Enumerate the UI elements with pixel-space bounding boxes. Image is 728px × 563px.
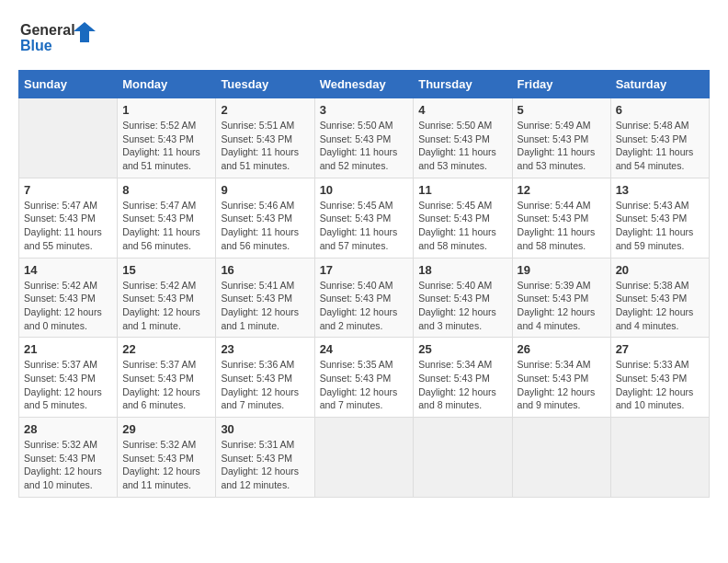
day-info: Sunrise: 5:42 AM Sunset: 5:43 PM Dayligh… xyxy=(122,279,210,333)
day-info: Sunrise: 5:51 AM Sunset: 5:43 PM Dayligh… xyxy=(221,119,309,173)
svg-marker-2 xyxy=(74,22,96,42)
calendar-table: SundayMondayTuesdayWednesdayThursdayFrid… xyxy=(18,70,710,498)
calendar-cell: 11Sunrise: 5:45 AM Sunset: 5:43 PM Dayli… xyxy=(414,178,512,258)
day-number: 6 xyxy=(616,103,704,117)
day-info: Sunrise: 5:43 AM Sunset: 5:43 PM Dayligh… xyxy=(616,199,704,253)
calendar-cell: 5Sunrise: 5:49 AM Sunset: 5:43 PM Daylig… xyxy=(512,98,610,178)
calendar-cell: 8Sunrise: 5:47 AM Sunset: 5:43 PM Daylig… xyxy=(118,178,216,258)
day-info: Sunrise: 5:40 AM Sunset: 5:43 PM Dayligh… xyxy=(320,279,409,333)
calendar-cell xyxy=(414,418,512,498)
calendar-cell xyxy=(314,418,414,498)
day-number: 25 xyxy=(418,342,506,356)
day-number: 22 xyxy=(122,342,210,356)
day-info: Sunrise: 5:36 AM Sunset: 5:43 PM Dayligh… xyxy=(221,358,309,412)
day-number: 8 xyxy=(122,183,210,197)
day-number: 27 xyxy=(616,342,704,356)
calendar-cell: 10Sunrise: 5:45 AM Sunset: 5:43 PM Dayli… xyxy=(314,178,414,258)
day-number: 11 xyxy=(418,183,506,197)
calendar-cell: 21Sunrise: 5:37 AM Sunset: 5:43 PM Dayli… xyxy=(19,338,118,418)
calendar-cell: 9Sunrise: 5:46 AM Sunset: 5:43 PM Daylig… xyxy=(216,178,314,258)
day-number: 29 xyxy=(122,422,210,436)
col-header-monday: Monday xyxy=(118,71,216,98)
col-header-friday: Friday xyxy=(512,71,610,98)
calendar-cell: 22Sunrise: 5:37 AM Sunset: 5:43 PM Dayli… xyxy=(118,338,216,418)
logo-icon: GeneralBlue xyxy=(18,18,110,55)
day-number: 14 xyxy=(24,263,112,277)
calendar-cell: 12Sunrise: 5:44 AM Sunset: 5:43 PM Dayli… xyxy=(512,178,610,258)
col-header-wednesday: Wednesday xyxy=(314,71,414,98)
calendar-cell xyxy=(610,418,709,498)
day-info: Sunrise: 5:45 AM Sunset: 5:43 PM Dayligh… xyxy=(320,199,409,253)
day-info: Sunrise: 5:50 AM Sunset: 5:43 PM Dayligh… xyxy=(320,119,409,173)
calendar-cell: 26Sunrise: 5:34 AM Sunset: 5:43 PM Dayli… xyxy=(512,338,610,418)
day-info: Sunrise: 5:42 AM Sunset: 5:43 PM Dayligh… xyxy=(24,279,112,333)
col-header-saturday: Saturday xyxy=(610,71,709,98)
calendar-cell: 1Sunrise: 5:52 AM Sunset: 5:43 PM Daylig… xyxy=(118,98,216,178)
day-number: 3 xyxy=(320,103,409,117)
day-info: Sunrise: 5:39 AM Sunset: 5:43 PM Dayligh… xyxy=(518,279,606,333)
day-info: Sunrise: 5:32 AM Sunset: 5:43 PM Dayligh… xyxy=(122,438,210,492)
day-info: Sunrise: 5:37 AM Sunset: 5:43 PM Dayligh… xyxy=(24,358,112,412)
calendar-cell: 18Sunrise: 5:40 AM Sunset: 5:43 PM Dayli… xyxy=(414,258,512,338)
calendar-cell: 7Sunrise: 5:47 AM Sunset: 5:43 PM Daylig… xyxy=(19,178,118,258)
calendar-cell: 4Sunrise: 5:50 AM Sunset: 5:43 PM Daylig… xyxy=(414,98,512,178)
calendar-cell: 24Sunrise: 5:35 AM Sunset: 5:43 PM Dayli… xyxy=(314,338,414,418)
day-number: 20 xyxy=(616,263,704,277)
day-info: Sunrise: 5:52 AM Sunset: 5:43 PM Dayligh… xyxy=(122,119,210,173)
day-number: 2 xyxy=(221,103,309,117)
day-number: 21 xyxy=(24,342,112,356)
col-header-thursday: Thursday xyxy=(414,71,512,98)
day-number: 28 xyxy=(24,422,112,436)
calendar-cell: 23Sunrise: 5:36 AM Sunset: 5:43 PM Dayli… xyxy=(216,338,314,418)
day-info: Sunrise: 5:48 AM Sunset: 5:43 PM Dayligh… xyxy=(616,119,704,173)
svg-text:General: General xyxy=(20,22,75,38)
day-number: 26 xyxy=(518,342,606,356)
calendar-week-row: 1Sunrise: 5:52 AM Sunset: 5:43 PM Daylig… xyxy=(19,98,710,178)
day-number: 4 xyxy=(418,103,506,117)
calendar-cell: 27Sunrise: 5:33 AM Sunset: 5:43 PM Dayli… xyxy=(610,338,709,418)
day-number: 10 xyxy=(320,183,409,197)
day-number: 17 xyxy=(320,263,409,277)
calendar-cell: 15Sunrise: 5:42 AM Sunset: 5:43 PM Dayli… xyxy=(118,258,216,338)
day-number: 12 xyxy=(518,183,606,197)
calendar-cell: 17Sunrise: 5:40 AM Sunset: 5:43 PM Dayli… xyxy=(314,258,414,338)
logo: GeneralBlue xyxy=(18,18,110,55)
calendar-week-row: 7Sunrise: 5:47 AM Sunset: 5:43 PM Daylig… xyxy=(19,178,710,258)
day-info: Sunrise: 5:32 AM Sunset: 5:43 PM Dayligh… xyxy=(24,438,112,492)
calendar-week-row: 14Sunrise: 5:42 AM Sunset: 5:43 PM Dayli… xyxy=(19,258,710,338)
calendar-cell: 6Sunrise: 5:48 AM Sunset: 5:43 PM Daylig… xyxy=(610,98,709,178)
svg-text:Blue: Blue xyxy=(20,38,52,53)
col-header-sunday: Sunday xyxy=(19,71,118,98)
day-info: Sunrise: 5:46 AM Sunset: 5:43 PM Dayligh… xyxy=(221,199,309,253)
calendar-cell: 28Sunrise: 5:32 AM Sunset: 5:43 PM Dayli… xyxy=(19,418,118,498)
day-number: 13 xyxy=(616,183,704,197)
day-info: Sunrise: 5:38 AM Sunset: 5:43 PM Dayligh… xyxy=(616,279,704,333)
calendar-cell xyxy=(512,418,610,498)
calendar-cell: 13Sunrise: 5:43 AM Sunset: 5:43 PM Dayli… xyxy=(610,178,709,258)
calendar-cell: 16Sunrise: 5:41 AM Sunset: 5:43 PM Dayli… xyxy=(216,258,314,338)
calendar-week-row: 28Sunrise: 5:32 AM Sunset: 5:43 PM Dayli… xyxy=(19,418,710,498)
col-header-tuesday: Tuesday xyxy=(216,71,314,98)
day-info: Sunrise: 5:34 AM Sunset: 5:43 PM Dayligh… xyxy=(518,358,606,412)
calendar-cell: 25Sunrise: 5:34 AM Sunset: 5:43 PM Dayli… xyxy=(414,338,512,418)
day-number: 24 xyxy=(320,342,409,356)
calendar-cell: 30Sunrise: 5:31 AM Sunset: 5:43 PM Dayli… xyxy=(216,418,314,498)
calendar-cell: 2Sunrise: 5:51 AM Sunset: 5:43 PM Daylig… xyxy=(216,98,314,178)
day-info: Sunrise: 5:35 AM Sunset: 5:43 PM Dayligh… xyxy=(320,358,409,412)
calendar-cell: 20Sunrise: 5:38 AM Sunset: 5:43 PM Dayli… xyxy=(610,258,709,338)
calendar-week-row: 21Sunrise: 5:37 AM Sunset: 5:43 PM Dayli… xyxy=(19,338,710,418)
calendar-cell: 19Sunrise: 5:39 AM Sunset: 5:43 PM Dayli… xyxy=(512,258,610,338)
day-info: Sunrise: 5:50 AM Sunset: 5:43 PM Dayligh… xyxy=(418,119,506,173)
day-number: 5 xyxy=(518,103,606,117)
day-number: 19 xyxy=(518,263,606,277)
page-header: GeneralBlue xyxy=(18,18,710,55)
day-info: Sunrise: 5:34 AM Sunset: 5:43 PM Dayligh… xyxy=(418,358,506,412)
day-number: 9 xyxy=(221,183,309,197)
day-number: 7 xyxy=(24,183,112,197)
day-number: 23 xyxy=(221,342,309,356)
calendar-cell: 3Sunrise: 5:50 AM Sunset: 5:43 PM Daylig… xyxy=(314,98,414,178)
day-info: Sunrise: 5:37 AM Sunset: 5:43 PM Dayligh… xyxy=(122,358,210,412)
day-info: Sunrise: 5:44 AM Sunset: 5:43 PM Dayligh… xyxy=(518,199,606,253)
day-info: Sunrise: 5:49 AM Sunset: 5:43 PM Dayligh… xyxy=(518,119,606,173)
day-info: Sunrise: 5:31 AM Sunset: 5:43 PM Dayligh… xyxy=(221,438,309,492)
